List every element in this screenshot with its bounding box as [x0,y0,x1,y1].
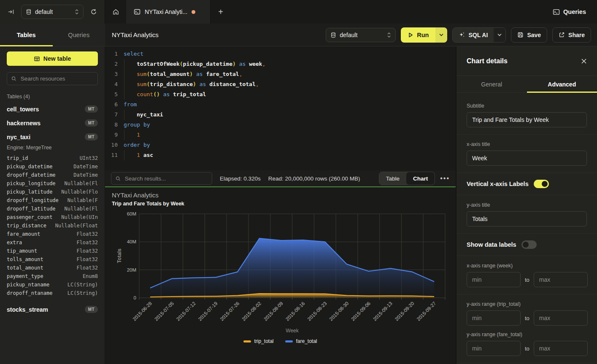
table-row-stocks-stream[interactable]: stocks_stream MT [7,302,98,316]
refresh-button[interactable] [88,6,100,18]
code-line: 8group by [105,120,456,130]
chart-details-panel: Chart details General Advanced Subtitle … [456,46,597,364]
tables-section-title: Tables (4) [7,94,98,100]
subtitle-input[interactable] [467,112,587,127]
new-table-button[interactable]: New table [7,51,98,66]
more-options-button[interactable]: ••• [440,175,450,182]
code-content: 1 asc [124,150,153,160]
column-row[interactable]: tip_amountFloat32 [7,247,98,255]
close-panel-button[interactable] [581,58,587,64]
svg-text:2015-07-26: 2015-07-26 [219,301,240,322]
column-row[interactable]: dropoff_longitudeNullable(F [7,196,98,205]
column-row[interactable]: trip_idUInt32 [7,154,98,162]
code-content: sum(trip_distance) as distance_total, [124,79,259,89]
vertical-labels-toggle[interactable] [534,180,549,188]
results-search[interactable] [111,172,212,185]
table-row-nyc-taxi[interactable]: nyc_taxi MT [7,130,98,144]
column-row[interactable]: extraFloat32 [7,238,98,247]
column-row[interactable]: pickup_longitudeNullable(Fl [7,179,98,188]
column-row[interactable]: dropoff_datetimeDateTime [7,171,98,179]
column-name: trip_id [7,154,28,162]
database-selector-query[interactable]: default [326,28,396,42]
tab-advanced[interactable]: Advanced [527,76,597,92]
share-icon [559,32,565,38]
sidebar-tab-queries[interactable]: Queries [53,24,105,46]
column-row[interactable]: dropoff_latitudeNullable(Fl [7,205,98,213]
results-view-controls: Table Chart ••• [379,172,450,185]
sql-ai-button[interactable]: SQL AI [453,28,494,42]
column-name: pickup_latitude [7,188,52,196]
save-icon [517,32,524,38]
yaxis-title-input[interactable] [467,211,587,226]
arrow-to-line-icon [8,8,14,15]
database-selector-top[interactable]: default [21,5,84,19]
chart-svg: 020M40M60MTotals2015-06-282015-07-052015… [105,188,456,364]
view-toggle-table-label: Table [386,175,400,182]
home-button[interactable] [105,0,126,24]
elapsed-stat: Elapsed: 0.320s [220,175,261,182]
view-toggle-chart[interactable]: Chart [406,172,435,185]
column-row[interactable]: dropoff_ntanameLC(String) [7,289,98,297]
column-row[interactable]: passenger_countNullable(UIn [7,213,98,221]
svg-text:2015-07-19: 2015-07-19 [197,301,219,322]
yrange-fare-min-input[interactable] [467,341,521,356]
column-row[interactable]: fare_amountFloat32 [7,230,98,238]
queries-button[interactable]: Queries [553,0,597,24]
sql-editor[interactable]: 1select2toStartOfWeek(pickup_datetime) a… [105,46,456,170]
share-button[interactable]: Share [552,27,591,43]
run-options-button[interactable] [435,27,447,43]
chevron-updown-icon [387,32,391,38]
table-row-cell-towers[interactable]: cell_towers MT [7,102,98,116]
column-row[interactable]: trip_distanceNullable(Float [7,221,98,230]
column-row[interactable]: pickup_latitudeNullable(Flo [7,188,98,196]
sidebar-search[interactable] [7,72,98,85]
column-row[interactable]: pickup_datetimeDateTime [7,162,98,171]
line-number: 9 [105,130,118,140]
run-button[interactable]: Run [401,27,435,43]
home-icon [112,8,119,16]
column-type: Nullable(UIn [61,213,98,221]
column-name: dropoff_latitude [7,205,56,213]
column-name: fare_amount [7,230,40,238]
table-row-hackernews[interactable]: hackernews MT [7,116,98,130]
svg-text:2015-08-09: 2015-08-09 [263,301,284,322]
svg-text:2015-09-13: 2015-09-13 [372,301,393,322]
svg-text:Totals: Totals [116,248,122,263]
data-labels-toggle[interactable] [521,240,537,249]
sidebar-tabs: Tables Queries [0,24,105,46]
column-type: Float32 [76,238,98,247]
column-name: total_amount [7,264,43,272]
sidebar-search-input[interactable] [20,75,93,82]
read-stat: Read: 20,000,000 rows (260.00 MB) [268,175,360,182]
column-type: Float32 [76,264,98,272]
yrange-trip-max-input[interactable] [534,310,588,326]
chevron-down-icon [497,33,502,36]
code-line: 1select [105,49,456,59]
queries-button-label: Queries [563,8,586,15]
column-type: Enum8 [83,272,98,280]
column-type: Nullable(Fl [65,179,98,188]
sql-console-app: default NYTaxi Analyti... + Queries [0,0,597,364]
save-button[interactable]: Save [511,27,547,43]
column-type: UInt32 [80,154,98,162]
tab-nytaxi-analytics[interactable]: NYTaxi Analyti... [126,0,211,24]
yrange-trip-min-input[interactable] [467,310,521,326]
column-row[interactable]: total_amountFloat32 [7,264,98,272]
column-row[interactable]: pickup_ntanameLC(String) [7,280,98,289]
legend-item-fare_total[interactable]: fare_total [285,338,317,344]
column-row[interactable]: payment_typeEnum8 [7,272,98,280]
sql-ai-options-button[interactable] [494,28,505,42]
results-search-input[interactable] [124,175,208,182]
xrange-max-input[interactable] [534,272,588,287]
legend-item-trip_total[interactable]: trip_total [243,338,273,344]
xaxis-title-input[interactable] [467,151,587,166]
view-toggle-table[interactable]: Table [379,172,406,185]
yrange-fare-max-input[interactable] [534,341,588,356]
xrange-min-input[interactable] [467,272,521,287]
new-tab-button[interactable]: + [211,0,231,24]
column-row[interactable]: tolls_amountFloat32 [7,255,98,264]
collapse-sidebar-button[interactable] [5,6,17,18]
code-line: 4sum(trip_distance) as distance_total, [105,79,456,89]
sidebar-tab-tables[interactable]: Tables [0,24,53,46]
tab-general[interactable]: General [457,76,527,92]
